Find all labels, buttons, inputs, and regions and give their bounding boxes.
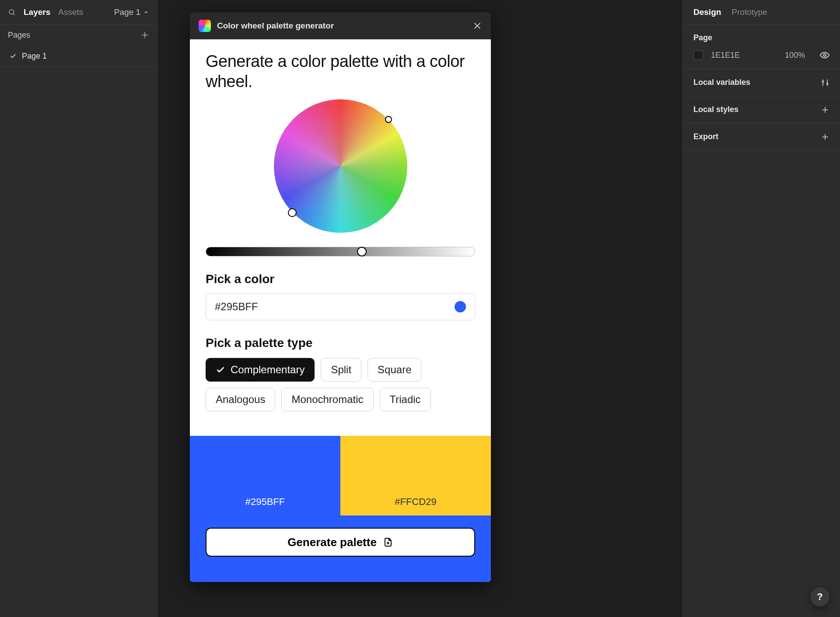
page-section-title: Page bbox=[693, 33, 830, 42]
swatch-label: #FFCD29 bbox=[395, 496, 436, 508]
help-button[interactable]: ? bbox=[810, 587, 830, 606]
palette-type-label: Analogous bbox=[216, 393, 265, 406]
palette-type-triadic[interactable]: Triadic bbox=[380, 388, 431, 411]
visibility-icon[interactable] bbox=[820, 50, 830, 60]
palette-type-label: Split bbox=[331, 364, 351, 376]
export-label: Export bbox=[693, 132, 718, 141]
color-hex-field[interactable]: #295BFF bbox=[206, 293, 475, 320]
palette-swatches: #295BFF#FFCD29 bbox=[190, 436, 491, 515]
wheel-handle-secondary[interactable] bbox=[385, 116, 392, 123]
tab-layers[interactable]: Layers bbox=[24, 7, 50, 17]
pick-palette-label: Pick a palette type bbox=[206, 336, 475, 350]
swatch[interactable]: #295BFF bbox=[190, 436, 340, 515]
add-export-icon[interactable] bbox=[821, 133, 830, 141]
lightness-slider[interactable] bbox=[206, 247, 475, 256]
wheel-handle-primary[interactable] bbox=[288, 208, 297, 217]
svg-line-1 bbox=[13, 14, 14, 15]
local-variables-label: Local variables bbox=[693, 78, 750, 87]
svg-point-6 bbox=[822, 81, 823, 82]
page-section: Page 1E1E1E 100% bbox=[683, 25, 840, 69]
palette-type-label: Monochromatic bbox=[291, 393, 363, 406]
pages-label: Pages bbox=[8, 31, 30, 40]
palette-type-monochromatic[interactable]: Monochromatic bbox=[281, 388, 373, 411]
plugin-title-text: Color wheel palette generator bbox=[217, 21, 334, 31]
check-icon bbox=[10, 53, 17, 60]
layers-panel: Layers Assets Page 1 Pages Page 1 bbox=[0, 0, 158, 617]
plugin-headline: Generate a color palette with a color wh… bbox=[206, 52, 475, 91]
local-variables-section[interactable]: Local variables bbox=[683, 69, 840, 96]
color-preview-dot bbox=[455, 301, 466, 312]
svg-point-4 bbox=[823, 54, 826, 56]
plugin-window: Color wheel palette generator Generate a… bbox=[190, 12, 491, 582]
left-tabs: Layers Assets Page 1 bbox=[0, 0, 157, 25]
add-style-icon[interactable] bbox=[821, 105, 830, 114]
pages-list: Page 1 bbox=[0, 46, 157, 67]
palette-type-label: Complementary bbox=[231, 364, 304, 376]
page-item[interactable]: Page 1 bbox=[0, 46, 157, 67]
palette-type-label: Triadic bbox=[390, 393, 421, 406]
close-icon[interactable] bbox=[472, 21, 482, 31]
svg-point-0 bbox=[9, 10, 14, 14]
pick-color-label: Pick a color bbox=[206, 272, 475, 286]
page-dropdown[interactable]: Page 1 bbox=[114, 7, 149, 17]
tab-design[interactable]: Design bbox=[693, 7, 721, 17]
local-styles-section[interactable]: Local styles bbox=[683, 96, 840, 123]
palette-type-square[interactable]: Square bbox=[368, 358, 421, 382]
add-page-icon[interactable] bbox=[140, 31, 149, 39]
color-hex-value: #295BFF bbox=[215, 301, 258, 313]
plugin-icon bbox=[199, 20, 211, 32]
check-icon bbox=[216, 365, 225, 375]
page-dropdown-label: Page 1 bbox=[114, 7, 140, 17]
page-bg-swatch[interactable] bbox=[693, 50, 703, 60]
swatch[interactable]: #FFCD29 bbox=[340, 436, 491, 515]
page-item-name: Page 1 bbox=[22, 52, 47, 61]
tab-assets[interactable]: Assets bbox=[58, 7, 83, 17]
design-panel: Design Prototype Page 1E1E1E 100% Local … bbox=[682, 0, 840, 617]
palette-type-label: Square bbox=[378, 364, 411, 376]
generate-palette-label: Generate palette bbox=[287, 536, 377, 549]
pages-header: Pages bbox=[0, 25, 157, 46]
tab-prototype[interactable]: Prototype bbox=[732, 7, 767, 17]
palette-type-group: ComplementarySplitSquareAnalogousMonochr… bbox=[206, 358, 475, 411]
plugin-titlebar[interactable]: Color wheel palette generator bbox=[190, 12, 491, 39]
palette-type-complementary[interactable]: Complementary bbox=[206, 358, 315, 382]
swatch-label: #295BFF bbox=[245, 496, 285, 508]
right-tabs: Design Prototype bbox=[683, 0, 840, 25]
generate-palette-button[interactable]: Generate palette bbox=[206, 528, 475, 557]
generate-bar: Generate palette bbox=[190, 515, 491, 582]
plugin-body: Generate a color palette with a color wh… bbox=[190, 39, 491, 582]
color-wheel[interactable] bbox=[274, 99, 407, 233]
lightness-knob[interactable] bbox=[357, 247, 367, 256]
search-icon[interactable] bbox=[8, 8, 16, 16]
palette-type-split[interactable]: Split bbox=[321, 358, 361, 382]
palette-type-analogous[interactable]: Analogous bbox=[206, 388, 275, 411]
color-wheel-wrap bbox=[206, 99, 475, 233]
chevron-up-icon bbox=[143, 9, 149, 15]
local-styles-label: Local styles bbox=[693, 105, 738, 114]
page-bg-hex: 1E1E1E bbox=[711, 51, 740, 60]
add-to-file-icon bbox=[383, 537, 393, 547]
page-background-row[interactable]: 1E1E1E 100% bbox=[693, 50, 830, 60]
svg-point-8 bbox=[826, 83, 828, 84]
export-section[interactable]: Export bbox=[683, 123, 840, 151]
page-bg-opacity: 100% bbox=[785, 51, 805, 60]
sliders-icon[interactable] bbox=[821, 78, 830, 87]
